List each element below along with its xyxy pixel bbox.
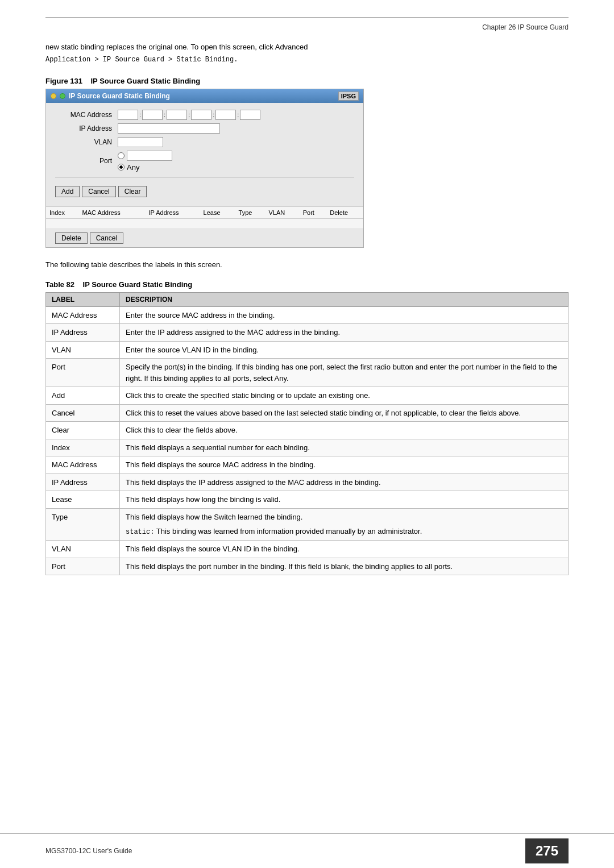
mac-input-4[interactable] (191, 110, 211, 120)
figure-label: Figure 131 (45, 77, 82, 85)
table-row-label: Port (46, 359, 120, 387)
port-options: Any (118, 151, 172, 172)
port-any-label: Any (127, 163, 139, 172)
col-mac: MAC Address (78, 207, 145, 219)
header-rule (45, 17, 569, 18)
port-row: Port Any (55, 151, 354, 172)
table-row-label: IP Address (46, 474, 120, 491)
page-number: 275 (525, 838, 569, 863)
vlan-input[interactable] (118, 137, 163, 147)
mac-input-5[interactable] (215, 110, 236, 120)
table-row-desc: This field displays how the Switch learn… (120, 508, 569, 541)
table-row-desc: This field displays the IP address assig… (120, 474, 569, 491)
port-radio-1[interactable] (118, 152, 125, 159)
desc-table-header: LABEL DESCRIPTION (46, 292, 569, 306)
table-row: MAC AddressEnter the source MAC address … (46, 306, 569, 324)
table-row: PortSpecify the port(s) in the binding. … (46, 359, 569, 387)
ui-delete-button[interactable]: Delete (55, 232, 88, 244)
ip-address-label: IP Address (55, 124, 118, 132)
col-type: Type (235, 207, 265, 219)
ui-form-content: MAC Address : : : : : IP Address (46, 103, 363, 206)
table-row-desc: Specify the port(s) in the binding. If t… (120, 359, 569, 387)
footer-guide-text: MGS3700-12C User's Guide (45, 847, 132, 855)
port-radio-any[interactable] (118, 164, 125, 171)
table-row-label: VLAN (46, 541, 120, 558)
description-table: LABEL DESCRIPTION MAC AddressEnter the s… (45, 292, 569, 576)
ui-titlebar: IP Source Guard Static Binding IPSG (46, 89, 363, 103)
table-row-desc: Enter the source VLAN ID in the binding. (120, 341, 569, 359)
mac-sep-2: : (164, 111, 165, 118)
mac-input-2[interactable] (142, 110, 163, 120)
mac-input-3[interactable] (167, 110, 187, 120)
table-row: CancelClick this to reset the values abo… (46, 404, 569, 422)
table-row-desc: This field displays the port number in t… (120, 558, 569, 575)
mac-address-label: MAC Address (55, 111, 118, 119)
table-row: AddClick this to create the specified st… (46, 387, 569, 405)
table-row: MAC AddressThis field displays the sourc… (46, 456, 569, 474)
intro-text: new static binding replaces the original… (45, 41, 569, 65)
vlan-label: VLAN (55, 138, 118, 146)
table-row: IP AddressEnter the IP address assigned … (46, 324, 569, 342)
port-label: Port (55, 157, 118, 165)
ui-table-empty-row (46, 218, 363, 229)
description-text-span: The following table describes the labels… (45, 260, 222, 269)
table-row: VLANEnter the source VLAN ID in the bind… (46, 341, 569, 359)
port-radio-row-1 (118, 151, 172, 161)
mac-input-6[interactable] (240, 110, 260, 120)
ui-clear-button[interactable]: Clear (118, 186, 147, 197)
table-subtitle: IP Source Guard Static Binding (83, 280, 193, 289)
table-row-label: Cancel (46, 404, 120, 422)
ui-binding-table: Index MAC Address IP Address Lease Type … (46, 207, 363, 229)
ui-add-button[interactable]: Add (55, 186, 80, 197)
table-row-desc: Enter the IP address assigned to the MAC… (120, 324, 569, 342)
table-label: Table 82 (45, 280, 74, 289)
table-row-desc: This field displays the source MAC addre… (120, 456, 569, 474)
table-row-label: MAC Address (46, 456, 120, 474)
page-container: Chapter 26 IP Source Guard new static bi… (0, 0, 614, 868)
table-row: TypeThis field displays how the Switch l… (46, 508, 569, 541)
figure-subtitle: IP Source Guard Static Binding (90, 77, 200, 85)
table-row-label: MAC Address (46, 306, 120, 324)
col-delete: Delete (326, 207, 363, 219)
ui-badge: IPSG (338, 92, 359, 101)
table-row: IndexThis field displays a sequential nu… (46, 439, 569, 456)
table-row-desc: Click this to create the specified stati… (120, 387, 569, 405)
col-index: Index (46, 207, 78, 219)
ui-cancel2-button[interactable]: Cancel (90, 232, 123, 244)
mac-address-row: MAC Address : : : : : (55, 110, 354, 120)
port-input[interactable] (127, 151, 172, 161)
footer-bar: MGS3700-12C User's Guide 275 (0, 833, 614, 868)
col-vlan: VLAN (265, 207, 300, 219)
table-title: Table 82 IP Source Guard Static Binding (45, 280, 569, 289)
ui-dot-yellow (51, 93, 56, 99)
table-row-desc: This field displays a sequential number … (120, 439, 569, 456)
ui-titlebar-text: IP Source Guard Static Binding (69, 92, 170, 100)
ip-address-row: IP Address (55, 123, 354, 134)
ui-cancel-button[interactable]: Cancel (82, 186, 115, 197)
table-row-desc: Click this to reset the values above bas… (120, 404, 569, 422)
table-row-label: Port (46, 558, 120, 575)
mac-sep-5: : (237, 111, 239, 118)
ui-dot-green (60, 93, 65, 99)
vlan-row: VLAN (55, 137, 354, 147)
ip-address-input[interactable] (118, 123, 220, 134)
table-row-label: Lease (46, 491, 120, 509)
mac-input-1[interactable] (118, 110, 138, 120)
mac-sep-4: : (213, 111, 214, 118)
col-label-header: LABEL (46, 292, 120, 306)
table-row: ClearClick this to clear the fields abov… (46, 422, 569, 439)
table-row-label: IP Address (46, 324, 120, 342)
table-row: PortThis field displays the port number … (46, 558, 569, 575)
table-row-label: Clear (46, 422, 120, 439)
table-row-label: Index (46, 439, 120, 456)
ui-bottom-button-row: Delete Cancel (46, 229, 363, 247)
ui-table-header-row: Index MAC Address IP Address Lease Type … (46, 207, 363, 219)
ui-screenshot-box: IP Source Guard Static Binding IPSG MAC … (45, 89, 364, 248)
table-row: LeaseThis field displays how long the bi… (46, 491, 569, 509)
table-row: VLANThis field displays the source VLAN … (46, 541, 569, 558)
table-row-desc: Click this to clear the fields above. (120, 422, 569, 439)
table-row-desc: Enter the source MAC address in the bind… (120, 306, 569, 324)
col-port: Port (300, 207, 327, 219)
intro-line2: Application > IP Source Guard > Static B… (45, 56, 238, 64)
col-lease: Lease (200, 207, 235, 219)
